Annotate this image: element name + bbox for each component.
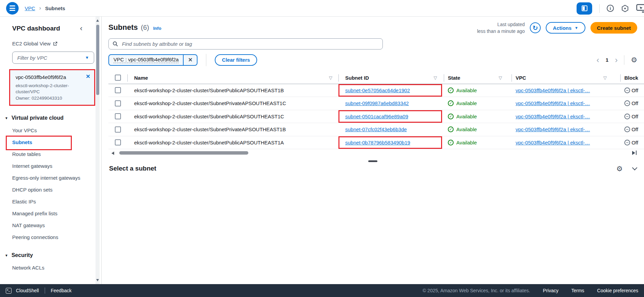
info-link[interactable]: Info (153, 26, 161, 31)
copyright-text: © 2025, Amazon Web Services, Inc. or its… (422, 288, 530, 293)
available-check-icon: ✓ (448, 87, 454, 93)
row-checkbox[interactable] (115, 113, 121, 119)
section-security[interactable]: ▼ Security (5, 252, 101, 258)
settings-hexagon-icon[interactable] (621, 4, 629, 13)
vpc-link[interactable]: vpc-0503ffb4e0f9f6f2a | eksctl-… (516, 126, 590, 132)
subnet-id-link[interactable]: subnet-09f0987a6ebd83342 (345, 100, 409, 106)
available-check-icon: ✓ (448, 114, 454, 119)
breadcrumb-vpc-link[interactable]: VPC (25, 5, 35, 11)
minus-circle-icon: − (624, 126, 630, 132)
sidebar-item-dhcp-option-sets[interactable]: DHCP option sets (12, 184, 82, 196)
sidebar-item-subnets[interactable]: Subnets (12, 136, 82, 148)
divider (206, 54, 206, 66)
row-checkbox[interactable] (115, 100, 121, 106)
select-all-checkbox[interactable] (115, 75, 121, 81)
sidebar-item-peering-connections[interactable]: Peering connections (12, 231, 82, 243)
cloudshell-button[interactable]: CloudShell (16, 288, 39, 293)
section-virtual-private-cloud[interactable]: ▼ Virtual private cloud (5, 115, 101, 121)
subnet-id-link[interactable]: subnet-0e57056ac64de1902 (345, 87, 410, 93)
sidebar-scrollbar-thumb[interactable] (96, 25, 99, 95)
external-link-icon (53, 41, 58, 46)
page-header: Subnets (6) Info Last updated less than … (102, 17, 644, 35)
table-preferences-gear-icon[interactable]: ⚙ (631, 56, 637, 63)
sort-icon[interactable]: ▽ (329, 75, 332, 80)
clear-filters-button[interactable]: Clear filters (215, 54, 257, 66)
vpc-link[interactable]: vpc-0503ffb4e0f9f6f2a | eksctl-… (516, 140, 590, 145)
panel-preferences-gear-icon[interactable]: ⚙ (616, 165, 623, 172)
sidebar-item-your-vpcs[interactable]: Your VPCs (12, 124, 82, 136)
vpc-link[interactable]: vpc-0503ffb4e0f9f6f2a | eksctl-… (516, 87, 590, 93)
row-checkbox[interactable] (115, 87, 121, 93)
split-panel-drag-handle[interactable] (368, 160, 377, 162)
screen-cursor-icon[interactable] (636, 4, 644, 13)
sidebar-item-network-acls[interactable]: Network ACLs (12, 262, 82, 274)
remove-filter-icon[interactable]: × (183, 55, 197, 65)
help-info-icon[interactable]: i (607, 5, 614, 12)
page-number[interactable]: 1 (606, 57, 608, 63)
column-header-name: Name (134, 75, 148, 81)
feedback-button[interactable]: Feedback (51, 288, 71, 293)
row-checkbox[interactable] (115, 139, 121, 145)
sidebar-item-managed-prefix-lists[interactable]: Managed prefix lists (12, 207, 82, 219)
state-label: Available (456, 100, 477, 106)
scroll-up-icon[interactable] (96, 19, 99, 22)
selected-vpc-owner: Owner: 022499043310 (16, 96, 89, 101)
cookie-preferences-link[interactable]: Cookie preferences (597, 288, 638, 293)
state-label: Available (456, 87, 477, 93)
column-header-block: Block (624, 75, 638, 81)
create-subnet-label: Create subnet (597, 25, 631, 31)
vpc-link[interactable]: vpc-0503ffb4e0f9f6f2a | eksctl-… (516, 100, 590, 106)
sort-icon[interactable]: ▽ (603, 75, 607, 80)
filter-by-vpc-select[interactable]: Filter by VPC ▼ (12, 52, 94, 64)
selected-vpc-id: vpc-0503ffb4e0f9f6f2a (16, 74, 73, 81)
actions-label: Actions (553, 25, 572, 31)
subnet-name: eksctl-workshop-2-cluster-cluster/Subnet… (134, 100, 286, 106)
sort-icon[interactable]: ▽ (434, 75, 437, 80)
clear-vpc-filter-icon[interactable]: × (86, 72, 90, 80)
table-horizontal-scrollbar (108, 150, 637, 156)
breadcrumb-separator: › (39, 5, 41, 11)
sidebar-item-elastic-ips[interactable]: Elastic IPs (12, 196, 82, 207)
horizontal-scrollbar-thumb[interactable] (119, 151, 248, 155)
actions-button[interactable]: Actions ▼ (546, 22, 585, 34)
minus-circle-icon: − (624, 100, 630, 106)
next-page-icon[interactable]: › (615, 56, 618, 64)
table-header-row: Name ▽ Subnet ID ▽ State ▽ VPC ▽ Block (108, 72, 644, 84)
block-value: Off (631, 87, 638, 93)
vpc-link[interactable]: vpc-0503ffb4e0f9f6f2a | eksctl-… (516, 114, 590, 119)
table-row: eksctl-workshop-2-cluster-cluster/Subnet… (108, 84, 644, 97)
sidebar-scrollbar[interactable] (96, 17, 100, 284)
block-value: Off (631, 126, 638, 132)
previous-page-icon[interactable]: ‹ (597, 56, 599, 64)
sidebar-item-internet-gateways[interactable]: Internet gateways (12, 160, 82, 172)
search-input[interactable] (121, 41, 379, 47)
scroll-down-icon[interactable] (96, 279, 99, 281)
last-updated-text: Last updated less than a minute ago (477, 21, 525, 35)
panel-collapse-chevron-icon[interactable] (632, 165, 638, 170)
create-subnet-button[interactable]: Create subnet (590, 22, 637, 34)
sort-icon[interactable]: ▽ (499, 75, 502, 80)
hamburger-menu-button[interactable] (6, 2, 19, 15)
side-panel-toggle-button[interactable] (577, 2, 592, 15)
scroll-to-end-icon[interactable] (632, 151, 637, 155)
sidebar-item-nat-gateways[interactable]: NAT gateways (12, 219, 82, 231)
sidebar-item-egress-only-internet-gateways[interactable]: Egress-only internet gateways (12, 172, 82, 184)
scroll-left-icon[interactable] (111, 152, 114, 155)
privacy-link[interactable]: Privacy (543, 288, 559, 293)
refresh-button[interactable]: ↻ (530, 22, 541, 33)
sidebar-item-route-tables[interactable]: Route tables (12, 148, 82, 160)
column-header-vpc: VPC (516, 75, 526, 81)
sidebar-collapse-button[interactable]: ‹ (80, 24, 82, 33)
terms-link[interactable]: Terms (571, 288, 584, 293)
subnet-id-link[interactable]: subnet-07cfc02f43eb6b3de (345, 126, 407, 132)
subnet-id-link[interactable]: subnet-0501cacaf96e89a09 (345, 114, 408, 119)
subnet-id-link[interactable]: subnet-0b78796b583490b19 (345, 140, 410, 145)
filter-by-vpc-placeholder: Filter by VPC (17, 55, 47, 61)
security-nav-list: Network ACLs (12, 262, 101, 274)
sidebar-item-ec2-global-view[interactable]: EC2 Global View (12, 41, 101, 46)
minus-circle-icon: − (624, 114, 630, 119)
filter-row: VPC : vpc-0503ffb4e0f9f6f2a × Clear filt… (108, 54, 637, 66)
row-checkbox[interactable] (115, 126, 121, 133)
selected-vpc-name: eksctl-workshop-2-cluster-cluster/VPC (16, 83, 83, 95)
divider (45, 288, 45, 294)
